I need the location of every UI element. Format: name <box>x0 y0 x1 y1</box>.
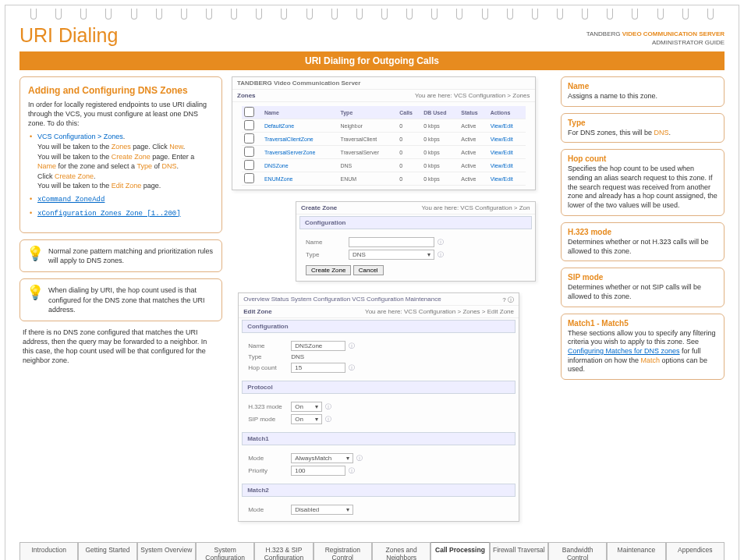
zones-table: NameTypeCallsDB UsedStatusActions Defaul… <box>242 106 526 186</box>
table-row: TraversalServerZoneTraversalServer00 kbp… <box>242 146 526 159</box>
page: URI Dialing TANDBERG VIDEO COMMUNICATION… <box>5 5 739 560</box>
tip-box: 💡 Normal zone pattern matching and prior… <box>19 239 222 272</box>
chevron-down-icon: ▾ <box>427 251 430 258</box>
tab-h-323-sip-configuration[interactable]: H.323 & SIP Configuration <box>254 542 313 560</box>
tip-text: When dialing by URI, the hop count used … <box>48 285 215 314</box>
info-icon[interactable]: ⓘ <box>349 342 355 350</box>
table-row: TraversalClientZoneTraversalClient00 kbp… <box>242 133 526 146</box>
info-icon[interactable]: ⓘ <box>349 466 355 475</box>
left-column: Adding and Configuring DNS Zones In orde… <box>19 76 222 533</box>
step-item: xCommand ZoneAdd <box>28 194 214 205</box>
table-row: DNSZoneDNS00 kbpsActiveView/Edit <box>242 159 526 172</box>
middle-column: TANDBERG Video Communication Server Zone… <box>232 76 551 533</box>
table-row: DefaultZoneNeighbor00 kbpsActiveView/Edi… <box>242 119 526 133</box>
config-matches-link[interactable]: Configuring Matches for DNS zones <box>568 347 680 355</box>
row-checkbox[interactable] <box>244 133 254 144</box>
h323-select[interactable]: On▾ <box>291 402 322 412</box>
step-item: xConfiguration Zones Zone [1..200] <box>28 208 214 219</box>
row-checkbox[interactable] <box>244 173 254 183</box>
step-item: VCS Configuration > Zones. You will be t… <box>28 132 214 191</box>
create-zone-button[interactable]: Create Zone <box>306 265 351 275</box>
hopcount-input[interactable]: 15 <box>291 363 345 373</box>
edit-zone-screenshot: Overview Status System Configuration VCS… <box>238 292 519 522</box>
annot-name: NameAssigns a name to this zone. <box>561 76 725 107</box>
annot-type: TypeFor DNS zones, this will be DNS. <box>561 113 725 144</box>
row-checkbox[interactable] <box>244 160 254 170</box>
tab-firewall-traversal[interactable]: Firewall Traversal <box>490 542 548 560</box>
cancel-button[interactable]: Cancel <box>353 265 384 275</box>
chevron-down-icon: ▾ <box>315 416 318 423</box>
tip-box: 💡 When dialing by URI, the hop count use… <box>19 278 222 321</box>
help-icon[interactable]: ? ⓘ <box>502 296 514 304</box>
columns: Adding and Configuring DNS Zones In orde… <box>5 70 739 542</box>
sip-select[interactable]: On▾ <box>291 414 322 424</box>
name-input[interactable]: DNSZone <box>291 341 345 351</box>
annot-hopcount: Hop countSpecifies the hop count to be u… <box>561 149 725 215</box>
tab-system-overview[interactable]: System Overview <box>137 542 196 560</box>
header: URI Dialing TANDBERG VIDEO COMMUNICATION… <box>5 21 739 51</box>
info-icon[interactable]: ⓘ <box>438 238 444 246</box>
note-text: If there is no DNS zone configured that … <box>19 328 222 366</box>
select-all-checkbox[interactable] <box>244 107 254 117</box>
tab-zones-and-neighbors[interactable]: Zones and Neighbors <box>372 542 430 560</box>
table-row: ENUMZoneENUM00 kbpsActiveView/Edit <box>242 172 526 186</box>
info-icon[interactable]: ⓘ <box>349 363 355 372</box>
instructions-heading: Adding and Configuring DNS Zones <box>28 85 214 96</box>
chevron-down-icon: ▾ <box>346 455 349 462</box>
mode2-select[interactable]: Disabled▾ <box>291 505 353 515</box>
header-right: TANDBERG VIDEO COMMUNICATION SERVER ADMI… <box>586 30 725 47</box>
chevron-down-icon: ▾ <box>315 403 318 410</box>
annot-match: Match1 - Match5These sections allow you … <box>561 314 725 380</box>
mode-select[interactable]: AlwaysMatch▾ <box>291 453 353 463</box>
spiral-binding <box>5 5 739 21</box>
info-icon[interactable]: ⓘ <box>356 454 363 463</box>
annot-h323: H.323 modeDetermines whether or not H.32… <box>561 222 725 261</box>
tab-introduction[interactable]: Introduction <box>19 542 78 560</box>
xconfig-link[interactable]: xConfiguration Zones Zone [1..200] <box>37 210 181 218</box>
xcommand-link[interactable]: xCommand ZoneAdd <box>37 196 105 204</box>
type-select[interactable]: DNS▾ <box>349 250 434 260</box>
name-input[interactable] <box>349 237 434 247</box>
row-checkbox[interactable] <box>244 120 254 130</box>
tab-appendices[interactable]: Appendices <box>666 542 725 560</box>
tab-system-configuration[interactable]: System Configuration <box>196 542 254 560</box>
info-icon[interactable]: ⓘ <box>438 250 444 259</box>
create-zone-screenshot: Create Zone You are here: VCS Configurat… <box>296 201 536 282</box>
tab-registration-control[interactable]: Registration Control <box>314 542 372 560</box>
info-icon[interactable]: ⓘ <box>325 415 331 424</box>
priority-input[interactable]: 100 <box>291 466 345 476</box>
right-column: NameAssigns a name to this zone. TypeFor… <box>561 76 725 533</box>
zones-screenshot: TANDBERG Video Communication Server Zone… <box>232 76 536 190</box>
tab-getting-started[interactable]: Getting Started <box>78 542 136 560</box>
steps-list: VCS Configuration > Zones. You will be t… <box>28 132 214 218</box>
info-icon[interactable]: ⓘ <box>325 402 331 411</box>
tab-call-processing[interactable]: Call Processing <box>430 542 489 560</box>
tab-maintenance[interactable]: Maintenance <box>607 542 665 560</box>
page-title: URI Dialing <box>19 24 118 47</box>
bottom-tabs: IntroductionGetting StartedSystem Overvi… <box>5 542 739 560</box>
chevron-down-icon: ▾ <box>346 506 349 513</box>
instructions-intro: In order for locally registered endpoint… <box>28 100 214 128</box>
tab-bandwidth-control[interactable]: Bandwidth Control <box>548 542 607 560</box>
annot-sip: SIP modeDetermines whether or not SIP ca… <box>561 268 725 307</box>
lightbulb-icon: 💡 <box>27 246 44 261</box>
tip-text: Normal zone pattern matching and priorit… <box>48 246 215 265</box>
lightbulb-icon: 💡 <box>27 285 44 299</box>
ribbon: URI Dialing for Outgoing Calls <box>19 51 725 70</box>
instructions-box: Adding and Configuring DNS Zones In orde… <box>19 76 222 233</box>
row-checkbox[interactable] <box>244 147 254 157</box>
